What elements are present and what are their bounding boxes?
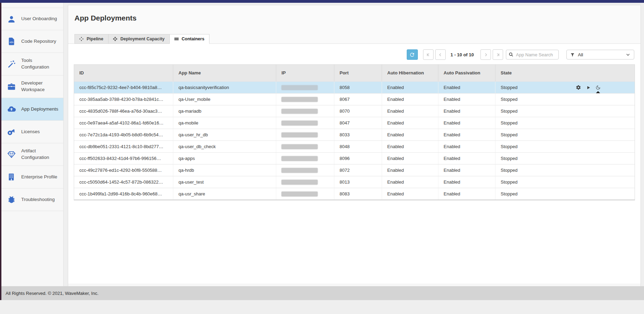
table-row[interactable]: ccc-0e97aea4-a5af-4102-86a1-fd60e16… qa-… [74, 117, 635, 129]
sidebar-item-app-deployments[interactable]: App Deployments [1, 98, 63, 121]
table-row[interactable]: ccc-f85c75c2-9232-4ee7-b404-9810a8… qa-b… [74, 81, 635, 93]
cell-auto-hibernation: Enabled [382, 141, 438, 152]
cell-auto-hibernation: Enabled [382, 188, 438, 200]
page-status: 1 - 10 of 10 [451, 52, 474, 57]
tab-label: Pipeline [87, 37, 103, 41]
sidebar-item-artifact-configuration[interactable]: Artifact Configuration [1, 143, 63, 166]
app-deployments-card: App Deployments Pipeline [68, 5, 641, 299]
cell-state: Stopped [495, 129, 572, 140]
settings-button[interactable] [576, 85, 581, 90]
cell-actions [572, 141, 635, 152]
cell-state: Stopped [495, 105, 572, 117]
main-content: App Deployments Pipeline [64, 3, 644, 286]
cell-ip [276, 188, 334, 200]
gear-icon [576, 85, 581, 90]
containers-table: ID App Name IP Port Auto Hibernation Aut… [74, 64, 635, 200]
cell-auto-passivation: Enabled [438, 82, 495, 93]
cell-port: 8067 [334, 94, 382, 105]
tab-deployment-capacity[interactable]: Deployment Capacity [109, 34, 170, 44]
redacted-ip [281, 121, 318, 126]
tab-label: Containers [182, 37, 204, 41]
table-row[interactable]: ccc-7e72c1da-4193-4b05-b8d0-6b9c54… qa-u… [74, 129, 635, 140]
cell-auto-passivation: Enabled [438, 176, 495, 188]
state-filter-select[interactable]: All [566, 50, 634, 59]
tab-pipeline[interactable]: Pipeline [74, 34, 109, 44]
first-page-icon [426, 52, 431, 57]
cell-auto-hibernation: Enabled [382, 94, 438, 105]
cell-port: 8047 [334, 117, 382, 129]
redacted-ip [281, 156, 318, 161]
sidebar-item-user-onboarding[interactable]: User Onboarding [1, 8, 63, 30]
tab-containers[interactable]: Containers [170, 34, 209, 44]
user-icon [7, 15, 16, 24]
cell-auto-hibernation: Enabled [382, 153, 438, 164]
redacted-ip [281, 192, 318, 196]
start-button[interactable] [586, 85, 591, 90]
sidebar-item-code-repository[interactable]: </> Code Repository [1, 30, 63, 53]
cell-state: Stopped [495, 188, 572, 200]
cell-state: Stopped [495, 164, 572, 176]
first-page-button[interactable] [423, 49, 434, 60]
cell-ip [276, 141, 334, 152]
passivate-button[interactable]: Passivate [595, 85, 601, 90]
cell-id: ccc-7e72c1da-4193-4b05-b8d0-6b9c54… [74, 129, 173, 140]
column-header-actions [572, 65, 635, 81]
cell-actions [572, 164, 635, 176]
cell-port: 8096 [334, 153, 382, 164]
cell-app-name: qa-apps [173, 153, 276, 164]
cell-id: ccc-f85c75c2-9232-4ee7-b404-9810a8… [74, 82, 173, 93]
sidebar-item-enterprise-profile[interactable]: Enterprise Profile [1, 166, 63, 188]
redacted-ip [281, 144, 318, 149]
cell-actions [572, 153, 635, 164]
cell-state: Stopped [495, 153, 572, 164]
cell-actions [572, 129, 635, 140]
cell-port: 8083 [334, 188, 382, 200]
cell-auto-passivation: Enabled [438, 188, 495, 200]
code-file-icon: </> [7, 37, 16, 46]
column-header-auto-passivation: Auto Passivation [438, 65, 495, 81]
sidebar-item-tools-configuration[interactable]: Tools Configuration [1, 53, 63, 75]
cell-auto-passivation: Enabled [438, 164, 495, 176]
cell-actions: Passivate [572, 82, 635, 93]
sidebar-item-troubleshooting[interactable]: Troubleshooting [1, 188, 63, 211]
next-page-icon [483, 52, 488, 57]
table-row[interactable]: ccc-1b499fa1-2d98-416b-8c4b-960e68… qa-u… [74, 188, 635, 200]
diamond-icon [7, 150, 16, 159]
cell-ip [276, 105, 334, 117]
cell-port: 8058 [334, 82, 382, 93]
cell-state: Stopped [495, 117, 572, 129]
refresh-button[interactable] [407, 49, 418, 60]
last-page-icon [495, 52, 501, 57]
cell-auto-hibernation: Enabled [382, 105, 438, 117]
building-icon [7, 172, 16, 182]
play-icon [586, 85, 591, 90]
filter-selected-value: All [578, 52, 626, 57]
table-row[interactable]: ccc-ff502633-8432-41d4-97b6-996156… qa-a… [74, 152, 635, 164]
copyright-text: All Rights Reserved. © 2021, WaveMaker, … [6, 291, 98, 296]
redacted-ip [281, 97, 318, 102]
table-row[interactable]: ccc-4835d026-788f-46ea-a76d-30aac3… qa-m… [74, 105, 635, 117]
key-icon [7, 127, 16, 136]
next-page-button[interactable] [480, 49, 491, 60]
previous-page-button[interactable] [435, 49, 446, 60]
cell-auto-hibernation: Enabled [382, 129, 438, 140]
table-row[interactable]: ccc-385aa5ab-3788-4230-b78a-b2841c… qa-U… [74, 93, 635, 105]
last-page-button[interactable] [493, 49, 503, 60]
card-header: App Deployments Pipeline [68, 5, 641, 44]
sidebar-item-licenses[interactable]: Licenses [1, 121, 63, 143]
cell-port: 8048 [334, 141, 382, 152]
table-row[interactable]: ccc-49c27876-ed1c-4292-b0f8-550588… qa-h… [74, 164, 635, 176]
sidebar-item-developer-workspace[interactable]: Developer Workspace [1, 75, 63, 98]
move-arrows-icon [113, 37, 118, 41]
cell-ip [276, 153, 334, 164]
cell-auto-hibernation: Enabled [382, 117, 438, 129]
table-row[interactable]: ccc-c5050d64-1452-4c57-872b-086322… qa-u… [74, 176, 635, 188]
redacted-ip [281, 168, 318, 173]
cell-ip [276, 117, 334, 129]
cell-auto-passivation: Enabled [438, 153, 495, 164]
cell-state: Stopped [495, 176, 572, 188]
search-input[interactable] [506, 50, 559, 59]
pipeline-icon [79, 37, 84, 41]
briefcase-icon [7, 82, 16, 91]
table-row[interactable]: ccc-db9be051-2331-4121-8c10-8bd277… qa-u… [74, 140, 635, 152]
